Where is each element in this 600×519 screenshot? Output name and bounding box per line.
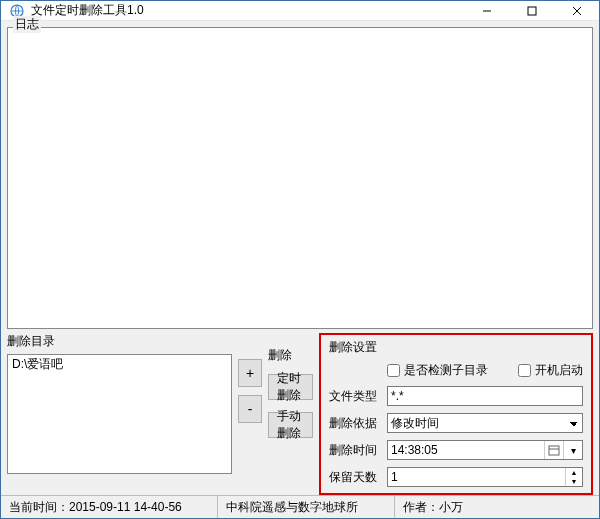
settings-row-basis: 删除依据 修改时间	[329, 413, 583, 433]
remove-dir-button[interactable]: -	[238, 395, 262, 423]
dirs-label: 删除目录	[7, 333, 232, 350]
settings-title: 删除设置	[329, 339, 583, 356]
keep-label: 保留天数	[329, 469, 381, 486]
window-controls	[464, 1, 599, 20]
spinner-buttons: ▲ ▼	[565, 468, 582, 486]
status-time-value: 2015-09-11 14-40-56	[69, 500, 182, 514]
log-textarea[interactable]	[7, 27, 593, 329]
maximize-button[interactable]	[509, 1, 554, 20]
keep-days-input[interactable]	[388, 468, 565, 486]
mid-row: 删除目录 D:\爱语吧 + - 删除 定时删除 手动删除 删除设置	[7, 333, 593, 495]
list-item[interactable]: D:\爱语吧	[8, 355, 231, 374]
svg-rect-5	[549, 446, 559, 455]
basis-label: 删除依据	[329, 415, 381, 432]
content-area: 日志 删除目录 D:\爱语吧 + - 删除 定时删除 手动删除 删除设置	[1, 21, 599, 518]
time-input[interactable]	[388, 441, 544, 459]
basis-select[interactable]: 修改时间	[387, 413, 583, 433]
time-label: 删除时间	[329, 442, 381, 459]
log-label: 日志	[13, 16, 41, 33]
file-type-label: 文件类型	[329, 388, 381, 405]
settings-row-filetype: 文件类型	[329, 386, 583, 406]
add-dir-button[interactable]: +	[238, 359, 262, 387]
status-author-value: 小万	[439, 499, 463, 516]
keep-days-stepper[interactable]: ▲ ▼	[387, 467, 583, 487]
chevron-down-icon[interactable]: ▾	[563, 441, 582, 459]
status-time: 当前时间： 2015-09-11 14-40-56	[1, 496, 218, 518]
spin-up-button[interactable]: ▲	[566, 468, 582, 477]
delete-label: 删除	[268, 347, 313, 364]
check-subdir-input[interactable]	[387, 364, 400, 377]
spin-down-button[interactable]: ▼	[566, 477, 582, 486]
settings-row-keep: 保留天数 ▲ ▼	[329, 467, 583, 487]
window-title: 文件定时删除工具1.0	[31, 2, 464, 19]
dirs-group: 删除目录 D:\爱语吧	[7, 333, 232, 495]
title-bar: 文件定时删除工具1.0	[1, 1, 599, 21]
autostart-input[interactable]	[518, 364, 531, 377]
add-remove-col: + -	[238, 333, 262, 495]
log-group: 日志	[7, 23, 593, 329]
calendar-icon[interactable]	[544, 441, 563, 459]
delete-group: 删除 定时删除 手动删除	[268, 333, 313, 495]
time-picker[interactable]: ▾	[387, 440, 583, 460]
check-subdir-label: 是否检测子目录	[404, 362, 488, 379]
dirs-list[interactable]: D:\爱语吧	[7, 354, 232, 474]
status-bar: 当前时间： 2015-09-11 14-40-56 中科院遥感与数字地球所 作者…	[1, 495, 599, 518]
settings-row-checks: 是否检测子目录 开机启动	[329, 362, 583, 379]
svg-rect-2	[528, 7, 536, 15]
close-button[interactable]	[554, 1, 599, 20]
autostart-label: 开机启动	[535, 362, 583, 379]
status-author-label: 作者：	[403, 499, 439, 516]
minimize-button[interactable]	[464, 1, 509, 20]
settings-row-time: 删除时间 ▾	[329, 440, 583, 460]
app-window: 文件定时删除工具1.0 日志 删除目录 D:\爱语吧 + - 删除	[0, 0, 600, 519]
file-type-input[interactable]	[387, 386, 583, 406]
timed-delete-button[interactable]: 定时删除	[268, 374, 313, 400]
manual-delete-button[interactable]: 手动删除	[268, 412, 313, 438]
status-author: 作者： 小万	[395, 496, 471, 518]
status-org: 中科院遥感与数字地球所	[218, 496, 395, 518]
check-subdir-checkbox[interactable]: 是否检测子目录	[387, 362, 488, 379]
status-time-label: 当前时间：	[9, 499, 69, 516]
autostart-checkbox[interactable]: 开机启动	[518, 362, 583, 379]
settings-group: 删除设置 是否检测子目录 开机启动 文件类型	[319, 333, 593, 495]
